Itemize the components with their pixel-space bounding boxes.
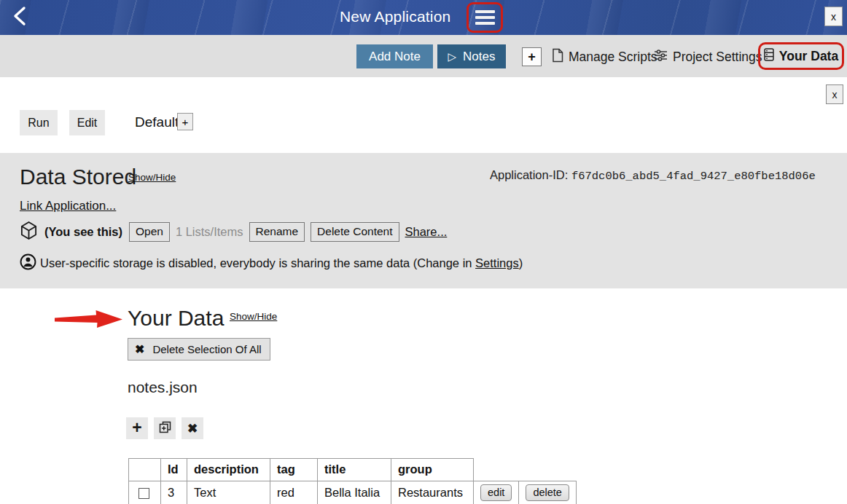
manage-scripts-label: Manage Scripts: [569, 50, 657, 65]
copy-plus-icon: [159, 421, 171, 436]
hamburger-menu-icon[interactable]: [475, 10, 495, 25]
add-note-button[interactable]: Add Note: [356, 44, 433, 68]
header-group: group: [391, 459, 474, 481]
delete-selection-button[interactable]: ✖ Delete Selection Of All: [128, 338, 270, 361]
share-link[interactable]: Share...: [405, 225, 448, 239]
data-table: Id description tag title group 3 Text re…: [128, 458, 577, 504]
chevron-left-icon: [12, 5, 28, 30]
play-icon: ▷: [448, 50, 457, 63]
add-tab-button[interactable]: +: [177, 113, 193, 130]
table-row: 3 Text red Bella Italia Restaurants edit…: [129, 481, 577, 504]
app-window: New Application x Add Note ▷ Notes + Man…: [0, 0, 847, 504]
storage-notice: User-specific storage is disabled, every…: [20, 253, 523, 273]
settings-link[interactable]: Settings: [475, 256, 519, 269]
application-id: Application-ID: f67dc0b6_abd5_4fad_9427_…: [490, 168, 816, 183]
edit-button[interactable]: Edit: [69, 110, 105, 135]
cube-icon: [20, 221, 38, 243]
duplicate-row-button[interactable]: [154, 417, 176, 439]
open-button[interactable]: Open: [129, 222, 170, 242]
table-header-row: Id description tag title group: [129, 459, 577, 481]
page-title: New Application: [340, 8, 450, 25]
delete-row-button[interactable]: ✖: [182, 417, 203, 439]
storage-notice-text: User-specific storage is disabled, every…: [40, 256, 523, 270]
header-checkbox: [129, 459, 161, 481]
title-bar: New Application x: [0, 0, 847, 35]
cell-title: Bella Italia: [318, 481, 391, 504]
run-button[interactable]: Run: [20, 110, 58, 135]
panel-close-button[interactable]: x: [826, 84, 843, 104]
delete-content-button[interactable]: Delete Content: [311, 222, 399, 242]
your-data-section-title: Your Data: [128, 306, 224, 331]
database-icon: [764, 48, 774, 64]
cell-tag: red: [270, 481, 318, 504]
notes-button[interactable]: ▷ Notes: [437, 44, 506, 68]
cell-id: 3: [161, 481, 187, 504]
x-icon: ✖: [135, 342, 144, 356]
project-settings-label: Project Settings: [673, 50, 762, 65]
your-data-button[interactable]: Your Data: [758, 42, 844, 70]
application-id-label: Application-ID:: [490, 168, 568, 181]
default-tab-label: Default: [135, 114, 179, 130]
window-close-button[interactable]: x: [824, 7, 843, 26]
add-row-button[interactable]: +: [126, 417, 148, 439]
your-data-show-hide-link[interactable]: Show/Hide: [230, 311, 277, 322]
sliders-icon: [654, 49, 668, 66]
back-button[interactable]: [7, 6, 32, 29]
link-application-link[interactable]: Link Application...: [20, 199, 116, 213]
notes-button-label: Notes: [463, 50, 495, 64]
row-delete-button[interactable]: delete: [526, 484, 569, 501]
delete-selection-label: Delete Selection Of All: [152, 343, 261, 355]
manage-scripts-button[interactable]: Manage Scripts: [552, 47, 657, 67]
data-stored-title: Data Stored: [20, 165, 136, 189]
data-stored-section: Data Stored Show/Hide Application-ID: f6…: [0, 153, 847, 288]
header-title: title: [318, 459, 391, 481]
header-id: Id: [161, 459, 187, 481]
page-icon: [552, 48, 563, 66]
cell-group: Restaurants: [391, 481, 474, 504]
header-tag: tag: [270, 459, 318, 481]
hamburger-annotation-box: [467, 2, 503, 33]
storage-item-row: (You see this) Open 1 Lists/Items Rename…: [20, 221, 447, 243]
lists-items-count: 1 Lists/Items: [176, 225, 243, 239]
file-name: notes.json: [128, 379, 198, 396]
data-stored-show-hide-link[interactable]: Show/Hide: [128, 172, 176, 183]
toolbar: Add Note ▷ Notes + Manage Scripts Projec…: [0, 35, 847, 77]
rename-button[interactable]: Rename: [249, 222, 305, 242]
cell-description: Text: [187, 481, 270, 504]
user-icon: [20, 253, 36, 273]
header-description: description: [187, 459, 270, 481]
your-data-label: Your Data: [779, 49, 838, 64]
row-checkbox[interactable]: [138, 488, 149, 499]
red-arrow-annotation: [55, 308, 123, 333]
application-id-value: f67dc0b6_abd5_4fad_9427_e80fbe18d06e: [571, 170, 816, 183]
project-settings-button[interactable]: Project Settings: [654, 47, 762, 67]
you-see-this-label: (You see this): [44, 225, 122, 239]
toolbar-plus-button[interactable]: +: [522, 47, 542, 66]
row-edit-button[interactable]: edit: [480, 484, 512, 501]
